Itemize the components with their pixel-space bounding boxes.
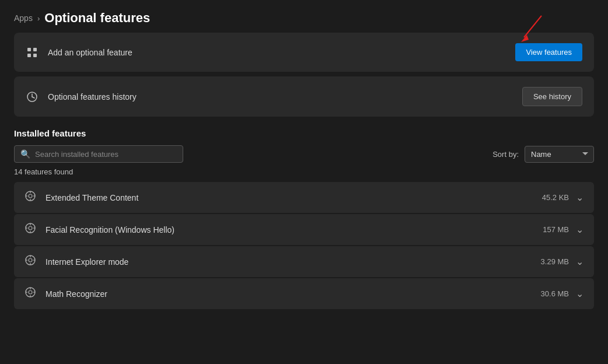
svg-rect-3	[33, 54, 37, 57]
sort-row: Sort by: Name Size Date installed	[492, 146, 594, 163]
feature-icon-2	[25, 254, 36, 269]
feature-size-3: 30.6 MB	[541, 289, 569, 298]
grid-icon	[26, 46, 39, 59]
chevron-down-icon-2[interactable]: ⌄	[576, 256, 583, 267]
feature-list: Extended Theme Content 45.2 KB ⌄	[14, 182, 594, 309]
sort-label: Sort by:	[492, 150, 519, 159]
breadcrumb-separator: ›	[37, 14, 40, 23]
feature-size-0: 45.2 KB	[542, 193, 569, 202]
installed-section: Installed features 🔍 Sort by: Name Size …	[14, 128, 594, 309]
view-features-wrapper: View features	[515, 43, 582, 61]
add-feature-left: Add an optional feature	[26, 46, 132, 59]
feature-left-2: Internet Explorer mode	[25, 254, 128, 269]
svg-rect-0	[27, 48, 31, 51]
feature-name-2: Internet Explorer mode	[46, 257, 128, 267]
svg-point-28	[29, 290, 32, 294]
feature-history-left: Optional features history	[26, 90, 137, 103]
svg-point-22	[29, 258, 32, 262]
view-features-button[interactable]: View features	[515, 43, 582, 61]
chevron-down-icon-0[interactable]: ⌄	[576, 192, 583, 203]
svg-line-8	[32, 97, 34, 98]
svg-marker-5	[521, 35, 529, 42]
sort-select[interactable]: Name Size Date installed	[525, 146, 594, 163]
chevron-down-icon-3[interactable]: ⌄	[576, 288, 583, 299]
feature-right-0: 45.2 KB ⌄	[542, 192, 583, 203]
feature-icon-0	[25, 190, 36, 205]
chevron-down-icon-1[interactable]: ⌄	[576, 224, 583, 235]
feature-size-1: 157 MB	[543, 225, 569, 234]
add-feature-card: Add an optional feature View features	[14, 33, 594, 72]
feature-left-3: Math Recognizer	[25, 286, 107, 301]
breadcrumb-parent[interactable]: Apps	[14, 13, 33, 23]
feature-right-2: 3.29 MB ⌄	[541, 256, 583, 267]
feature-icon-1	[25, 222, 36, 237]
clock-icon	[26, 90, 39, 103]
search-icon: 🔍	[20, 149, 30, 159]
feature-history-card: Optional features history See history	[14, 76, 594, 117]
feature-left-0: Extended Theme Content	[25, 190, 138, 205]
add-feature-label: Add an optional feature	[48, 48, 132, 57]
feature-left-1: Facial Recognition (Windows Hello)	[25, 222, 174, 237]
feature-history-label: Optional features history	[48, 92, 137, 102]
breadcrumb: Apps › Optional features	[0, 0, 608, 33]
feature-item[interactable]: Math Recognizer 30.6 MB ⌄	[14, 278, 594, 309]
search-box[interactable]: 🔍	[14, 145, 183, 163]
section-title: Installed features	[14, 128, 594, 138]
feature-right-3: 30.6 MB ⌄	[541, 288, 583, 299]
feature-name-3: Math Recognizer	[46, 289, 107, 299]
main-content: Add an optional feature View features Op…	[0, 33, 608, 309]
features-count: 14 features found	[14, 167, 594, 176]
feature-item[interactable]: Extended Theme Content 45.2 KB ⌄	[14, 182, 594, 213]
svg-point-16	[29, 226, 32, 230]
feature-icon-3	[25, 286, 36, 301]
search-input[interactable]	[35, 150, 177, 159]
feature-name-1: Facial Recognition (Windows Hello)	[46, 225, 174, 235]
svg-point-10	[29, 194, 32, 198]
feature-item[interactable]: Facial Recognition (Windows Hello) 157 M…	[14, 214, 594, 245]
see-history-button[interactable]: See history	[522, 87, 582, 106]
svg-rect-1	[33, 48, 37, 51]
feature-size-2: 3.29 MB	[541, 257, 569, 266]
feature-item[interactable]: Internet Explorer mode 3.29 MB ⌄	[14, 246, 594, 277]
svg-rect-2	[27, 54, 31, 57]
feature-name-0: Extended Theme Content	[46, 193, 138, 202]
search-sort-row: 🔍 Sort by: Name Size Date installed	[14, 145, 594, 163]
feature-right-1: 157 MB ⌄	[543, 224, 583, 235]
page-title: Optional features	[44, 10, 150, 26]
